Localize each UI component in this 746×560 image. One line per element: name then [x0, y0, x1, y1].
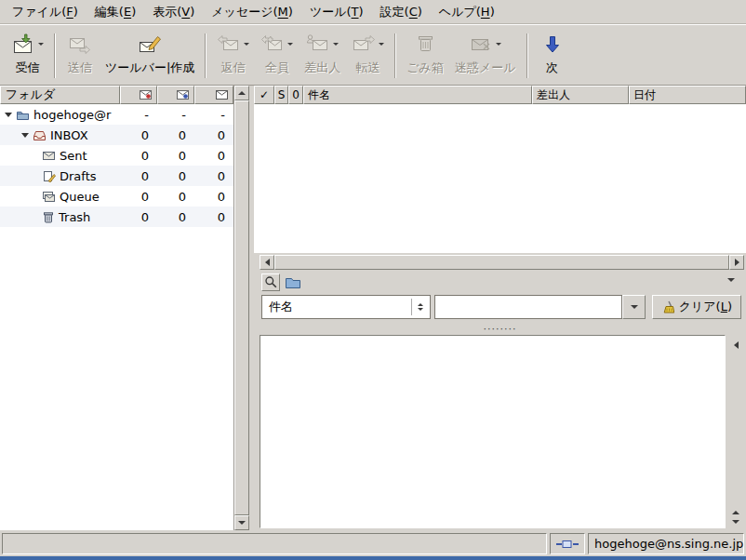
- reply-icon: [217, 33, 241, 55]
- folder-column-header[interactable]: フォルダ: [0, 86, 120, 104]
- trash-label: ごみ箱: [406, 60, 444, 76]
- statusbar: hogehoge@ns.sing.ne.jp: [0, 530, 746, 556]
- junk-dropdown-arrow[interactable]: [496, 43, 501, 46]
- send-label: 送信: [68, 60, 92, 76]
- reply-sender-dropdown-arrow[interactable]: [333, 43, 339, 46]
- attachment-column-header[interactable]: 0: [288, 86, 303, 104]
- scroll-right-button[interactable]: [729, 255, 744, 270]
- trash-button[interactable]: ごみ箱: [401, 26, 449, 85]
- menu-message[interactable]: メッセージ(M): [203, 1, 301, 23]
- forward-dropdown-arrow[interactable]: [379, 43, 384, 46]
- scroll-up-button[interactable]: [234, 86, 249, 100]
- clear-button[interactable]: クリア(L): [652, 295, 741, 319]
- junk-button[interactable]: 迷惑メール: [449, 26, 522, 85]
- message-view-side-strip: [726, 335, 746, 528]
- mark-column-header[interactable]: ✓: [254, 86, 274, 104]
- folder-row-inbox[interactable]: INBOX 0 0 0: [0, 125, 233, 145]
- menu-edit[interactable]: 編集(E): [87, 1, 144, 23]
- new-count: 0: [120, 128, 157, 142]
- menu-file[interactable]: ファイル(F): [4, 1, 87, 23]
- from-column-header[interactable]: 差出人: [532, 86, 629, 104]
- search-query-input[interactable]: [434, 295, 622, 319]
- reply-all-button[interactable]: 全員: [255, 26, 299, 85]
- compose-button[interactable]: ツールバー|作成: [100, 26, 200, 85]
- unread-count: 0: [157, 169, 194, 183]
- menu-configuration[interactable]: 設定(C): [372, 1, 431, 23]
- folder-row-sent[interactable]: Sent 0 0 0: [0, 145, 233, 166]
- sent-folder-icon: [42, 151, 56, 161]
- message-list[interactable]: [254, 104, 746, 253]
- search-field-selector[interactable]: 件名: [261, 295, 431, 319]
- send-icon: [68, 33, 92, 55]
- folder-row-queue[interactable]: Queue 0 0 0: [0, 186, 233, 207]
- scrollbar-thumb[interactable]: [234, 100, 249, 515]
- reply-dropdown-arrow[interactable]: [244, 43, 249, 46]
- folder-scope-icon[interactable]: [285, 276, 301, 288]
- compose-label: ツールバー|作成: [105, 60, 194, 76]
- new-count-column-header[interactable]: [120, 86, 157, 104]
- scroll-down-arrow[interactable]: [732, 520, 739, 524]
- search-history-dropdown-button[interactable]: [622, 295, 646, 319]
- status-column-header[interactable]: S: [274, 86, 288, 104]
- scroll-down-button[interactable]: [234, 515, 249, 530]
- expander-icon[interactable]: [21, 133, 29, 138]
- toolbar-separator: [394, 33, 396, 78]
- folder-row-account[interactable]: hogehoge@r - - -: [0, 104, 233, 125]
- toolbar-separator: [205, 33, 206, 78]
- reply-all-dropdown-arrow[interactable]: [287, 43, 293, 46]
- subject-column-header[interactable]: 件名: [303, 86, 532, 104]
- drafts-folder-icon: [42, 170, 56, 182]
- toolbar-separator: [54, 33, 56, 78]
- unread-count: 0: [157, 149, 194, 163]
- reply-sender-button[interactable]: 差出人: [299, 26, 346, 85]
- inbox-icon: [33, 129, 47, 141]
- unread-count-column-header[interactable]: [157, 86, 194, 104]
- scroll-up-arrow[interactable]: [732, 511, 739, 514]
- receive-button[interactable]: 受信: [6, 26, 49, 85]
- forward-button[interactable]: 転送: [346, 26, 390, 85]
- junk-icon: [469, 33, 493, 55]
- next-icon: [543, 33, 562, 55]
- connection-icon: [555, 539, 579, 550]
- total-count-column-header[interactable]: [194, 86, 233, 104]
- message-pane: ✓ S 0 件名 差出人 日付: [254, 86, 746, 530]
- send-button[interactable]: 送信: [60, 26, 100, 85]
- search-button[interactable]: [261, 273, 280, 291]
- reply-sender-label: 差出人: [304, 60, 340, 76]
- date-column-header[interactable]: 日付: [629, 86, 746, 104]
- next-button[interactable]: 次: [533, 26, 572, 85]
- view-splitter-handle[interactable]: [254, 327, 746, 335]
- right-arrow-icon: [735, 259, 739, 266]
- new-count: 0: [120, 190, 157, 204]
- forward-icon: [352, 33, 376, 55]
- trash-folder-icon: [42, 211, 55, 223]
- menu-tools[interactable]: ツール(T): [301, 1, 372, 23]
- folder-row-drafts[interactable]: Drafts 0 0 0: [0, 166, 233, 186]
- collapse-view-arrow[interactable]: [734, 341, 739, 349]
- compose-icon: [138, 33, 162, 55]
- reply-button[interactable]: 返信: [211, 26, 255, 85]
- unread-count: 0: [157, 190, 194, 204]
- reply-sender-icon: [306, 33, 330, 55]
- clear-broom-icon: [661, 300, 674, 314]
- message-view[interactable]: [260, 335, 726, 528]
- scrollbar-thumb[interactable]: [274, 255, 729, 270]
- menu-view[interactable]: 表示(V): [144, 1, 203, 23]
- forward-label: 転送: [356, 60, 380, 76]
- trash-icon: [413, 33, 437, 55]
- collapse-search-arrow[interactable]: [727, 278, 735, 282]
- main-area: フォルダ: [0, 86, 746, 530]
- account-folder-icon: [16, 109, 30, 121]
- connection-status[interactable]: [550, 533, 585, 554]
- message-list-scrollbar[interactable]: [260, 255, 744, 270]
- menu-help[interactable]: ヘルプ(H): [431, 1, 503, 23]
- scroll-left-button[interactable]: [260, 255, 274, 270]
- current-account-label[interactable]: hogehoge@ns.sing.ne.jp: [588, 533, 744, 554]
- new-count: 0: [120, 169, 157, 183]
- total-mail-icon: [216, 90, 228, 100]
- expander-icon[interactable]: [5, 113, 12, 117]
- folder-pane-scrollbar[interactable]: [234, 86, 249, 530]
- junk-label: 迷惑メール: [455, 60, 516, 76]
- receive-dropdown-arrow[interactable]: [38, 43, 44, 46]
- folder-row-trash[interactable]: Trash 0 0 0: [0, 207, 233, 227]
